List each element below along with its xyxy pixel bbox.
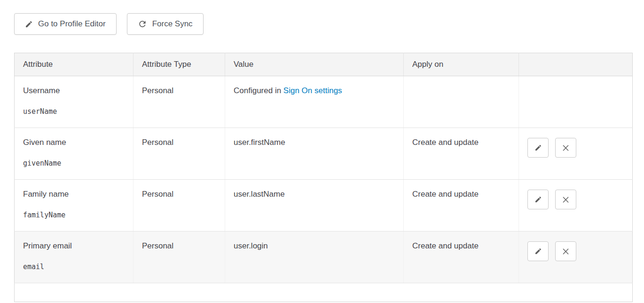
pencil-icon (534, 196, 542, 203)
go-to-profile-editor-button[interactable]: Go to Profile Editor (14, 13, 117, 35)
row-actions-cell (519, 180, 633, 231)
value-text: user.lastName (234, 190, 285, 199)
pencil-icon (534, 247, 542, 255)
force-sync-button[interactable]: Force Sync (127, 13, 204, 35)
delete-attribute-button[interactable] (555, 241, 576, 261)
edit-attribute-button[interactable] (527, 190, 549, 209)
edit-attribute-button[interactable] (527, 138, 549, 158)
attribute-label: Username (23, 86, 125, 96)
apply-on-cell: Create and update (404, 128, 519, 180)
table-row-partial (15, 283, 633, 302)
column-header-actions (519, 53, 633, 76)
pencil-icon (25, 20, 33, 28)
attribute-cell: Family name familyName (15, 180, 134, 231)
refresh-icon (138, 19, 147, 29)
attribute-variable-name: email (23, 263, 125, 271)
delete-attribute-button[interactable] (555, 138, 576, 158)
row-actions-cell (519, 231, 633, 283)
close-icon (562, 144, 569, 152)
attribute-label: Given name (23, 138, 125, 147)
value-cell: Configured in Sign On settings (225, 76, 404, 128)
value-cell: user.firstName (225, 128, 404, 180)
sign-on-settings-link[interactable]: Sign On settings (283, 86, 342, 95)
value-cell: user.login (225, 231, 404, 283)
attribute-variable-name: familyName (23, 211, 125, 219)
go-to-profile-editor-label: Go to Profile Editor (38, 19, 106, 29)
toolbar: Go to Profile Editor Force Sync (0, 0, 644, 35)
apply-on-cell: Create and update (404, 231, 519, 283)
table-row: Username userName Personal Configured in… (15, 76, 633, 128)
attribute-cell: Username userName (15, 76, 134, 128)
table-header-row: Attribute Attribute Type Value Apply on (15, 53, 633, 76)
attribute-mappings-table: Attribute Attribute Type Value Apply on … (14, 53, 633, 302)
value-text: user.firstName (234, 138, 285, 147)
close-icon (562, 248, 569, 255)
attribute-label: Family name (23, 190, 125, 199)
edit-attribute-button[interactable] (527, 241, 549, 261)
column-header-apply-on: Apply on (404, 53, 519, 76)
table-row: Family name familyName Personal user.las… (15, 180, 633, 231)
row-actions-cell (519, 128, 633, 180)
value-text: user.login (234, 241, 268, 250)
attribute-cell: Primary email email (15, 231, 134, 283)
column-header-value: Value (225, 53, 404, 76)
value-text: Configured in (234, 86, 283, 95)
apply-on-cell: Create and update (404, 180, 519, 231)
attribute-type-cell: Personal (134, 180, 225, 231)
table-row: Primary email email Personal user.login … (15, 231, 633, 283)
delete-attribute-button[interactable] (555, 190, 576, 209)
attribute-type-cell: Personal (134, 76, 225, 128)
attribute-variable-name: userName (23, 107, 125, 116)
attribute-type-cell: Personal (134, 231, 225, 283)
column-header-attribute-type: Attribute Type (134, 53, 225, 76)
column-header-attribute: Attribute (15, 53, 134, 76)
attribute-type-cell: Personal (134, 128, 225, 180)
apply-on-cell (404, 76, 519, 128)
pencil-icon (534, 144, 542, 152)
attribute-label: Primary email (23, 241, 125, 251)
force-sync-label: Force Sync (152, 19, 193, 29)
attribute-variable-name: givenName (23, 159, 125, 167)
attribute-cell: Given name givenName (15, 128, 134, 180)
value-cell: user.lastName (225, 180, 404, 231)
close-icon (562, 196, 569, 203)
row-actions-cell (519, 76, 633, 128)
table-row: Given name givenName Personal user.first… (15, 128, 633, 180)
